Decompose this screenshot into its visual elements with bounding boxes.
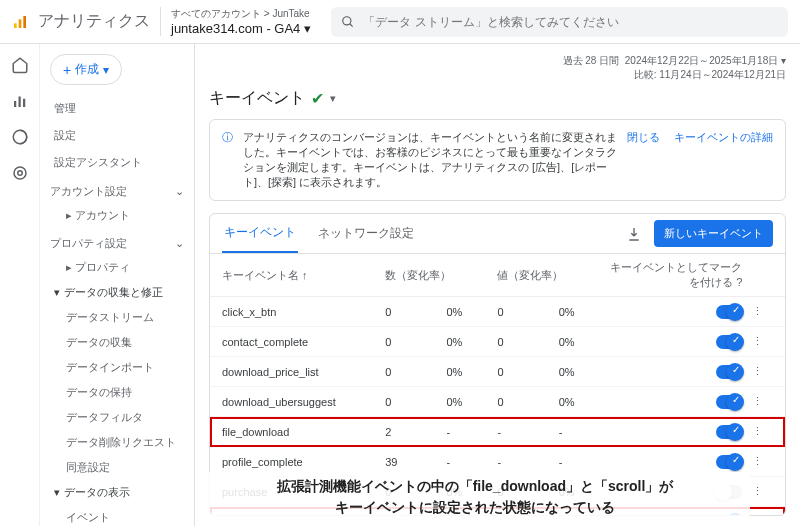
chevron-down-icon: ▾ — [330, 92, 336, 105]
chevron-down-icon: ▾ — [304, 21, 311, 36]
chevron-down-icon: ▾ — [781, 55, 786, 66]
download-icon[interactable] — [626, 226, 642, 242]
event-name: file_download — [222, 426, 385, 438]
analytics-logo-icon — [12, 14, 28, 30]
learn-more-link[interactable]: キーイベントの詳細 — [674, 130, 773, 145]
event-name: profile_complete — [222, 456, 385, 468]
info-text: アナリティクスのコンバージョンは、キーイベントという名前に変更されました。キーイ… — [243, 130, 617, 190]
brand-title: アナリティクス — [38, 11, 150, 32]
page-title: キーイベント ✔▾ — [209, 88, 786, 109]
table-header: キーイベント名 ↑ 数（変化率） 値（変化率） キーイベントとしてマークを付ける… — [210, 254, 785, 297]
table-row: file_download2---⋮ — [210, 417, 785, 447]
sidebar-group[interactable]: ▾データの収集と修正 — [40, 280, 194, 305]
info-icon: ⓘ — [222, 130, 233, 145]
admin-sidebar: +作成▾ 管理設定設定アシスタント アカウント設定⌄ ▸ アカウント プロパティ… — [40, 44, 195, 526]
svg-rect-6 — [18, 97, 20, 108]
event-name: download_ubersuggest — [222, 396, 385, 408]
search-input[interactable] — [363, 15, 778, 29]
row-menu-button[interactable]: ⋮ — [742, 335, 773, 348]
sidebar-item[interactable]: データ削除リクエスト — [40, 430, 194, 455]
row-menu-button[interactable]: ⋮ — [742, 395, 773, 408]
chevron-right-icon: ▸ — [66, 209, 75, 221]
svg-line-4 — [350, 23, 353, 26]
plus-icon: + — [63, 62, 71, 78]
property-name: juntake314.com - GA4 — [171, 21, 300, 36]
property-settings-header[interactable]: プロパティ設定⌄ — [40, 228, 194, 255]
svg-rect-5 — [14, 101, 16, 107]
svg-rect-1 — [19, 19, 22, 28]
sort-asc-icon[interactable]: ↑ — [302, 269, 308, 281]
sidebar-item[interactable]: 同意設定 — [40, 455, 194, 480]
sidebar-item[interactable]: 設定アシスタント — [40, 149, 194, 176]
left-icon-rail — [0, 44, 40, 526]
row-menu-button[interactable]: ⋮ — [742, 425, 773, 438]
table-row: contact_complete00%00%⋮ — [210, 327, 785, 357]
ads-icon[interactable] — [11, 164, 29, 182]
sidebar-item[interactable]: ▸ プロパティ — [40, 255, 194, 280]
sidebar-item[interactable]: データフィルタ — [40, 405, 194, 430]
reports-icon[interactable] — [11, 92, 29, 110]
sidebar-item[interactable]: 設定 — [40, 122, 194, 149]
svg-rect-0 — [14, 23, 17, 28]
close-link[interactable]: 閉じる — [627, 130, 660, 145]
create-button[interactable]: +作成▾ — [50, 54, 122, 85]
sidebar-item[interactable]: イベント — [40, 505, 194, 526]
mark-toggle[interactable] — [716, 455, 742, 469]
explore-icon[interactable] — [11, 128, 29, 146]
svg-point-9 — [17, 171, 22, 176]
chevron-down-icon: ⌄ — [175, 237, 184, 250]
tab-key-events[interactable]: キーイベント — [222, 214, 298, 253]
account-settings-header[interactable]: アカウント設定⌄ — [40, 176, 194, 203]
chevron-right-icon: ▸ — [66, 261, 75, 273]
row-menu-button[interactable]: ⋮ — [742, 455, 773, 468]
sidebar-item[interactable]: ▸ アカウント — [40, 203, 194, 228]
chevron-down-icon: ▾ — [54, 286, 60, 299]
sidebar-item[interactable]: データインポート — [40, 355, 194, 380]
sidebar-item[interactable]: データストリーム — [40, 305, 194, 330]
check-icon: ✔ — [311, 89, 324, 108]
svg-rect-2 — [23, 16, 26, 28]
sidebar-item[interactable]: データの収集 — [40, 330, 194, 355]
row-menu-button[interactable]: ⋮ — [742, 305, 773, 318]
chevron-down-icon: ▾ — [103, 63, 109, 77]
mark-toggle[interactable] — [716, 425, 742, 439]
home-icon[interactable] — [11, 56, 29, 74]
event-name: contact_complete — [222, 336, 385, 348]
sidebar-group[interactable]: ▾データの表示 — [40, 480, 194, 505]
mark-toggle[interactable] — [716, 365, 742, 379]
annotation-caption: 拡張計測機能イベントの中の「file_download」と「scroll」がキー… — [200, 472, 750, 522]
chevron-down-icon: ⌄ — [175, 185, 184, 198]
date-range[interactable]: 過去 28 日間 2024年12月22日～2025年1月18日 ▾ 比較: 11… — [209, 54, 786, 82]
mark-toggle[interactable] — [716, 395, 742, 409]
account-path: すべてのアカウント > JunTake — [171, 7, 311, 21]
event-name: download_price_list — [222, 366, 385, 378]
event-name: click_x_btn — [222, 306, 385, 318]
chevron-down-icon: ▾ — [54, 486, 60, 499]
search-box[interactable] — [331, 7, 788, 37]
table-row: download_ubersuggest00%00%⋮ — [210, 387, 785, 417]
search-icon — [341, 15, 355, 29]
info-banner: ⓘ アナリティクスのコンバージョンは、キーイベントという名前に変更されました。キ… — [209, 119, 786, 201]
table-row: download_price_list00%00%⋮ — [210, 357, 785, 387]
account-switcher[interactable]: すべてのアカウント > JunTake juntake314.com - GA4… — [160, 7, 311, 36]
sidebar-item[interactable]: 管理 — [40, 95, 194, 122]
mark-toggle[interactable] — [716, 335, 742, 349]
mark-toggle[interactable] — [716, 305, 742, 319]
new-key-event-button[interactable]: 新しいキーイベント — [654, 220, 773, 247]
svg-rect-7 — [23, 99, 25, 107]
help-icon[interactable]: ? — [736, 276, 742, 288]
table-row: click_x_btn00%00%⋮ — [210, 297, 785, 327]
tab-network[interactable]: ネットワーク設定 — [316, 215, 416, 252]
svg-point-3 — [343, 16, 351, 24]
svg-point-10 — [14, 167, 26, 179]
sidebar-item[interactable]: データの保持 — [40, 380, 194, 405]
row-menu-button[interactable]: ⋮ — [742, 365, 773, 378]
